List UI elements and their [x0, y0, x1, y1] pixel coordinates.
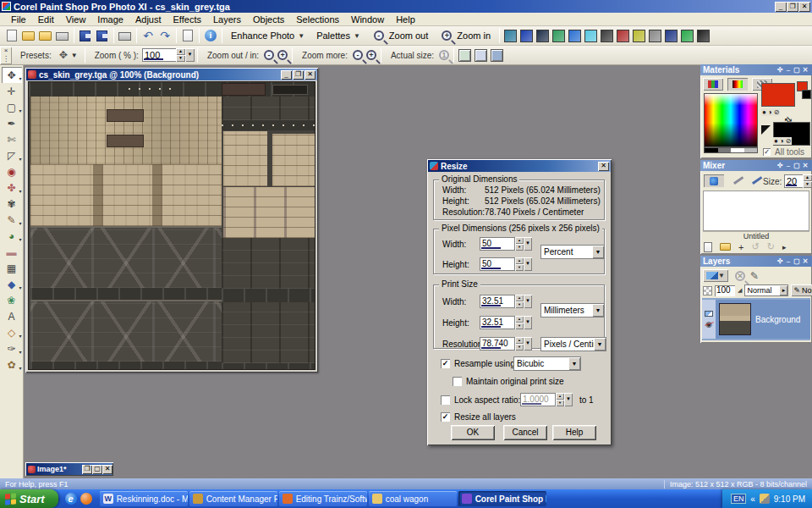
flyout-arrow-icon[interactable]: ▾	[19, 349, 21, 355]
spin-up-icon[interactable]: ▲	[515, 295, 524, 301]
visibility-eye-icon[interactable]: ◉	[705, 320, 712, 329]
checkbox-unchecked-icon[interactable]	[441, 395, 450, 405]
zoom-out-step-icon[interactable]: -	[264, 50, 274, 60]
eraser-tool[interactable]: ▬	[2, 244, 22, 260]
spin-down-icon[interactable]: ▼	[515, 301, 524, 308]
all-tools-checkbox[interactable]: ✓ All tools	[763, 147, 804, 157]
docker-close-icon[interactable]: ×⋮	[0, 47, 12, 64]
flyout-arrow-icon[interactable]: ▾	[19, 236, 21, 242]
task-word[interactable]: WReskinning.doc - Microso...	[100, 491, 188, 506]
chevron-down-icon[interactable]: ▼	[594, 338, 606, 351]
lock-aspect-ratio-checkbox[interactable]: Lock aspect ratio:	[441, 395, 520, 405]
menu-view[interactable]: View	[60, 14, 92, 25]
close-icon[interactable]: ✕	[102, 465, 112, 474]
fit-window-icon[interactable]	[458, 49, 471, 62]
checkbox-checked-icon[interactable]: ✓	[763, 148, 771, 156]
flyout-arrow-icon[interactable]: ▾	[19, 220, 21, 226]
image-canvas[interactable]	[28, 81, 315, 370]
blend-mode-dropdown[interactable]: Normal ▸	[744, 284, 788, 296]
foreground-color-swatch[interactable]	[761, 83, 795, 107]
slider-popup-icon[interactable]: ▼	[185, 48, 195, 62]
print-height-spinner[interactable]: 32.51 ▲▼ ▼	[480, 316, 532, 329]
task-content-manager[interactable]: Content Manager Plus	[189, 491, 277, 506]
spin-up-icon[interactable]: ▲	[803, 174, 812, 181]
presets-button[interactable]: ✥ ▼	[57, 48, 80, 62]
paint-brush-tool[interactable]: ✎▾	[2, 212, 22, 228]
menu-layers[interactable]: Layers	[207, 14, 247, 25]
background-style-buttons[interactable]: ●◑⊘	[773, 137, 792, 145]
selection-tool[interactable]: ▢▾	[2, 99, 22, 115]
spin-down-icon[interactable]: ▼	[515, 344, 524, 351]
start-button[interactable]: Start	[0, 489, 58, 508]
close-icon[interactable]: ✕	[598, 162, 609, 171]
task-browser-page[interactable]: Editing Trainz/Software ...	[279, 491, 367, 506]
mixer-size-spinner[interactable]: 20 ▲▼	[784, 174, 812, 188]
makeover-tool[interactable]: ✤▾	[2, 179, 22, 196]
layer-name[interactable]: Background	[755, 315, 800, 324]
ok-button[interactable]: OK	[451, 425, 495, 440]
flyout-arrow-icon[interactable]: ▾	[19, 188, 21, 194]
full-screen-preview-icon[interactable]	[491, 49, 503, 62]
mixer-knife-tool[interactable]	[728, 175, 742, 186]
collapse-icon[interactable]: –	[784, 66, 793, 74]
image-window-titlebar[interactable]: cs_skin_grey.tga @ 100% (Background) _ ❐…	[26, 69, 317, 80]
move-tool[interactable]: ✛	[2, 83, 22, 99]
new-mixer-page-icon[interactable]	[704, 242, 712, 252]
save-button[interactable]	[78, 29, 93, 43]
file-locations-button[interactable]	[180, 29, 195, 43]
checkbox-unchecked-icon[interactable]	[453, 377, 462, 386]
chevron-right-icon[interactable]: ▸	[779, 285, 787, 295]
pick-tool[interactable]: ◸▾	[2, 147, 22, 163]
background-eraser-tool[interactable]: ▦	[2, 260, 22, 276]
add-icon[interactable]: +	[738, 242, 743, 252]
spin-down-icon[interactable]: ▼	[176, 55, 185, 62]
palettes-button[interactable]: Palettes ▼	[312, 29, 365, 42]
close-icon[interactable]: ✕	[801, 257, 809, 265]
edit-selection-icon[interactable]: ✎	[750, 270, 759, 282]
depth-of-field-icon[interactable]	[697, 30, 710, 42]
resample-checkbox[interactable]: ✓ Resample using:	[441, 359, 517, 368]
menu-adjust[interactable]: Adjust	[129, 14, 167, 25]
warp-brush-tool[interactable]: ✿▾	[2, 356, 22, 373]
solid-color-icon[interactable]: ●	[774, 137, 778, 145]
minimized-image-window[interactable]: Image1* ❐ ▢ ✕	[25, 462, 113, 476]
noise-removal-icon[interactable]	[649, 30, 661, 42]
mixer-size-value[interactable]: 20	[784, 174, 803, 188]
color-replacer-tool[interactable]: ◕▾	[2, 228, 22, 244]
maximize-icon[interactable]: ▢	[793, 257, 801, 265]
transparent-icon[interactable]: ⊘	[786, 137, 792, 145]
solid-color-icon[interactable]: ●	[762, 108, 766, 116]
layers-titlebar[interactable]: Layers ✜ – ▢ ✕	[700, 256, 812, 267]
layer-thumbnail[interactable]	[719, 303, 751, 335]
flyout-arrow-icon[interactable]: ▾	[19, 75, 21, 81]
effect-green-icon[interactable]	[552, 30, 565, 42]
print-button[interactable]	[118, 29, 133, 43]
undo-button[interactable]: ↶	[140, 29, 156, 43]
restore-icon[interactable]: ❐	[82, 465, 92, 474]
pin-icon[interactable]: ✜	[776, 257, 784, 265]
slider-popup-icon[interactable]: ▼	[524, 257, 532, 271]
text-tool[interactable]: A	[2, 308, 22, 324]
new-file-button[interactable]	[4, 29, 19, 43]
color-picker[interactable]	[704, 93, 758, 147]
resize-dialog[interactable]: Resize ✕ Original Dimensions Width: 512 …	[427, 159, 612, 445]
resize-all-layers-checkbox[interactable]: ✓ Resize all layers	[441, 412, 516, 422]
checkbox-checked-icon[interactable]: ✓	[441, 359, 450, 368]
pin-icon[interactable]: ✜	[776, 162, 784, 169]
twain-import-button[interactable]	[55, 29, 70, 43]
style-triangle-icon[interactable]	[761, 125, 771, 135]
red-eye-removal-icon[interactable]	[617, 30, 629, 42]
close-icon[interactable]: ✕	[801, 162, 809, 169]
chevron-down-icon[interactable]: ▼	[592, 246, 604, 258]
pin-icon[interactable]: ✜	[776, 66, 784, 74]
print-width-spinner[interactable]: 32.51 ▲▼ ▼	[480, 295, 532, 308]
mixer-tube-tool[interactable]	[704, 174, 724, 187]
print-resolution-value[interactable]: 78.740	[480, 337, 515, 351]
script-toolbar-icon[interactable]	[504, 30, 517, 42]
minimize-icon[interactable]: _	[775, 2, 787, 12]
makeover-icon[interactable]	[633, 30, 645, 42]
menu-image[interactable]: Image	[91, 14, 129, 25]
fill-flash-icon[interactable]	[601, 30, 613, 42]
open-mixer-page-icon[interactable]	[720, 243, 731, 251]
spinner-arrows[interactable]: ▲▼	[176, 48, 185, 62]
